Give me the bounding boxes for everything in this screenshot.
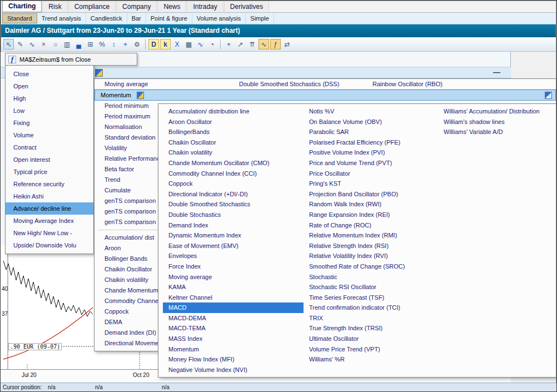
main-tab[interactable]: Derivatives bbox=[224, 1, 269, 12]
menu-item[interactable]: Chaikin volatility bbox=[163, 147, 304, 158]
settings-icon[interactable]: ⚙ bbox=[132, 39, 142, 49]
menu-item[interactable]: Low bbox=[6, 105, 93, 117]
menu-item[interactable]: Rate of Change (ROC) bbox=[304, 220, 438, 231]
menu-item[interactable]: Open bbox=[6, 80, 93, 92]
close-line-icon[interactable]: X bbox=[172, 39, 182, 49]
menu-item[interactable]: High bbox=[6, 92, 93, 105]
menu-item[interactable]: MACD bbox=[163, 302, 304, 313]
bar-chart-icon[interactable]: ▄ bbox=[73, 39, 84, 49]
menu-item[interactable]: Price and Volume Trend (PVT) bbox=[304, 158, 438, 168]
main-tab[interactable]: Charting bbox=[2, 0, 42, 12]
minimize-icon[interactable]: — bbox=[493, 68, 500, 76]
menu-item[interactable]: New High/ New Low - bbox=[6, 227, 93, 239]
menu-item[interactable]: Volume Price Trend (VPT) bbox=[304, 344, 438, 355]
volume-pane-icon[interactable]: ▥ bbox=[62, 39, 72, 49]
menu-item[interactable]: MASS Index bbox=[163, 334, 304, 344]
menu-item[interactable]: Positive Volume Index (PVI) bbox=[304, 147, 438, 158]
candle-interval-icon[interactable]: k bbox=[160, 39, 171, 49]
main-tab[interactable]: News bbox=[157, 1, 186, 12]
menu-item[interactable]: Stochastic RSI Oscillator bbox=[304, 282, 438, 292]
menu-item[interactable]: Projection Band Oscillator (PBO) bbox=[304, 189, 438, 200]
menu-item[interactable]: Double Smoothed Stochastics (DSS) bbox=[229, 79, 362, 89]
chart-type-tab[interactable]: Candlestick bbox=[86, 13, 127, 23]
menu-item[interactable]: Double Smoothed Stochastics bbox=[163, 199, 304, 210]
menu-item[interactable]: Contract bbox=[6, 141, 93, 153]
menu-item[interactable]: Rainbow Oscillator (RBO) bbox=[362, 79, 556, 89]
menu-item[interactable]: Williams' Variable A/D bbox=[438, 127, 556, 137]
menu-item[interactable]: Range Expansion Index (REI) bbox=[304, 210, 438, 220]
menu-item[interactable]: Typical price bbox=[6, 166, 93, 178]
menu-item[interactable]: Relative Strength Index (RSI) bbox=[304, 241, 438, 251]
menu-item[interactable]: Trend confirmation indicator (TCI) bbox=[304, 302, 438, 313]
menu-item[interactable]: Heikin Ashi bbox=[6, 190, 93, 202]
main-tab[interactable]: Company bbox=[116, 1, 157, 12]
menu-item[interactable]: Envelopes bbox=[163, 251, 304, 261]
chart-type-tab[interactable]: Volume analysis bbox=[192, 13, 246, 23]
delete-drawing-icon[interactable]: × bbox=[38, 39, 49, 49]
menu-item-momentum[interactable]: Momentum bbox=[95, 90, 556, 101]
menu-item[interactable]: MACD-TEMA bbox=[163, 323, 304, 334]
menu-item[interactable]: Relative Momentum Index (RMI) bbox=[304, 230, 438, 241]
menu-item[interactable]: Double Stochastics bbox=[163, 210, 304, 220]
chart-type-tab[interactable]: Simple bbox=[246, 13, 274, 23]
menu-item[interactable]: Advance/ decline line bbox=[6, 202, 93, 215]
trendline-icon[interactable]: ∿ bbox=[27, 39, 37, 49]
menu-item[interactable]: Dynamic Momentum Index bbox=[163, 230, 304, 241]
menu-item[interactable]: Polarised Fractal Efficiency (PFE) bbox=[304, 137, 438, 148]
compare-icon[interactable]: ⇄ bbox=[282, 39, 292, 49]
menu-item[interactable]: Open interest bbox=[6, 153, 93, 166]
vertical-scale-icon[interactable]: ↕ bbox=[108, 39, 119, 49]
menu-item[interactable]: Demand Index bbox=[163, 220, 304, 231]
percent-scale-icon[interactable]: % bbox=[97, 39, 107, 49]
indicator-list-icon[interactable]: ∿ bbox=[258, 39, 269, 49]
menu-item[interactable]: Chande Momentum Oscillator (CMO) bbox=[163, 158, 304, 168]
menu-item[interactable]: Chaikin Oscillator bbox=[163, 137, 304, 148]
menu-item[interactable]: Ultimate Oscillator bbox=[304, 334, 438, 344]
menu-item[interactable]: BollingerBands bbox=[163, 127, 304, 137]
main-tab[interactable]: Risk bbox=[42, 1, 67, 12]
menu-item[interactable]: Keltner Channel bbox=[163, 292, 304, 303]
chart-type-tab[interactable]: Trend analysis bbox=[37, 13, 86, 23]
menu-item[interactable]: Pring's KST bbox=[304, 178, 438, 189]
main-tab[interactable]: Intraday bbox=[187, 1, 223, 12]
ellipse-icon[interactable]: ○ bbox=[50, 39, 61, 49]
menu-item[interactable]: On Balance Volume (OBV) bbox=[304, 117, 438, 127]
chart-type-tab[interactable]: Standard bbox=[2, 13, 37, 23]
menu-item[interactable]: Force Index bbox=[163, 261, 304, 272]
menu-item[interactable]: KAMA bbox=[163, 282, 304, 292]
crosshair-icon[interactable]: + bbox=[120, 39, 131, 49]
menu-item[interactable]: Random Walk Index (RWI) bbox=[304, 199, 438, 210]
menu-item[interactable]: Ease of Movement (EMV) bbox=[163, 241, 304, 251]
menu-item[interactable]: Accumulation/ distribution line bbox=[163, 106, 304, 117]
menu-item[interactable]: MACD-DEMA bbox=[163, 313, 304, 324]
menu-item[interactable]: Commodity Channel Index (CCI) bbox=[163, 168, 304, 179]
add-indicator-icon[interactable]: + bbox=[223, 39, 234, 49]
time-period-icon[interactable]: ◔ bbox=[207, 39, 217, 49]
menu-item[interactable]: Moving Average Index bbox=[6, 215, 93, 227]
menu-item[interactable]: Aroon Oscillator bbox=[163, 117, 304, 127]
scale-up-icon[interactable]: ⇈ bbox=[247, 39, 257, 49]
quote-table-icon[interactable]: ▦ bbox=[183, 39, 194, 49]
menu-item[interactable]: Fixing bbox=[6, 117, 93, 129]
menu-item[interactable]: Price Oscillator bbox=[304, 168, 438, 179]
chart-type-tab[interactable]: Point & figure bbox=[146, 13, 192, 23]
menu-item[interactable]: Stochastic bbox=[304, 272, 438, 282]
menu-item[interactable]: Coppock bbox=[163, 178, 304, 189]
chart-window-icon[interactable] bbox=[95, 69, 103, 77]
menu-item[interactable]: Notis %V bbox=[304, 106, 438, 117]
formula-editor-icon[interactable]: ƒ bbox=[270, 39, 281, 49]
draw-icon[interactable]: ✎ bbox=[15, 39, 26, 49]
menu-item[interactable]: Negative Volume Index (NVI) bbox=[163, 365, 304, 375]
menu-item[interactable]: Close bbox=[6, 68, 93, 80]
zigzag-icon[interactable]: ∿ bbox=[195, 39, 206, 49]
main-tab[interactable]: Compliance bbox=[68, 1, 116, 12]
menu-item[interactable]: Smoothed Rate of Change (SROC) bbox=[304, 261, 438, 272]
pointer-icon[interactable]: ⇖ bbox=[3, 39, 14, 49]
menu-item[interactable]: William's shadow lines bbox=[438, 117, 556, 127]
menu-item[interactable]: Williams' %R bbox=[304, 354, 438, 365]
menu-item[interactable]: Moving average bbox=[163, 272, 304, 282]
menu-item[interactable]: Parabolic SAR bbox=[304, 127, 438, 137]
chart-type-tab[interactable]: Bar bbox=[127, 13, 146, 23]
menu-item[interactable]: True Strength Index (TRSI) bbox=[304, 323, 438, 334]
menu-item[interactable]: Reference security bbox=[6, 178, 93, 190]
